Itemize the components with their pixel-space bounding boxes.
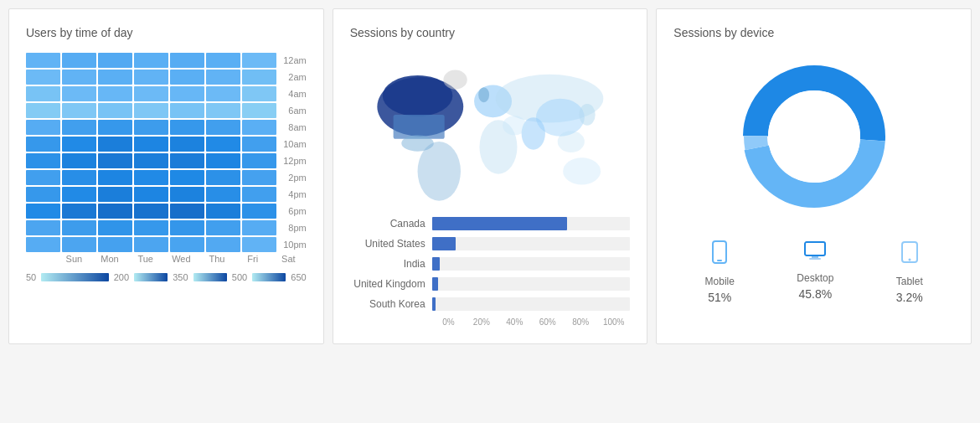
heatmap-cell (98, 220, 132, 235)
mobile-label: Mobile (705, 276, 735, 287)
heatmap-cell (242, 204, 276, 219)
bar-track (432, 297, 631, 311)
heatmap-cell (170, 220, 204, 235)
donut-chart (673, 53, 954, 220)
legend-min: 50 (26, 272, 36, 282)
heatmap-cell (134, 153, 168, 168)
heatmap-cell (26, 187, 60, 202)
bar-country-label: United States (350, 238, 426, 250)
heatmap-cell (242, 70, 276, 85)
world-map-svg (350, 53, 631, 204)
heatmap-row: 4am (26, 86, 307, 101)
map-title: Sessions by country (350, 26, 631, 39)
heatmap-cell (206, 53, 240, 68)
heatmap-row: 6pm (26, 204, 307, 219)
heatmap-cell (242, 220, 276, 235)
svg-point-4 (417, 142, 460, 201)
heatmap-cell (62, 204, 96, 219)
heatmap-cell (170, 70, 204, 85)
device-card: Sessions by device Mobile 51% (656, 8, 972, 344)
heatmap-row: 2am (26, 70, 307, 85)
heatmap-cell (242, 53, 276, 68)
bar-country-label: Canada (350, 218, 426, 230)
tablet-label: Tablet (896, 276, 923, 287)
bar-axis: 0% 20% 40% 60% 80% 100% (432, 317, 631, 327)
legend-max: 650 (291, 272, 306, 282)
heatmap-time-label: 10am (280, 139, 307, 149)
heatmap-row: 2pm (26, 170, 307, 185)
heatmap-cell (206, 204, 240, 219)
bar-country-label: South Korea (350, 298, 426, 310)
heatmap-card: Users by time of day 12am2am4am6am8am10a… (8, 8, 324, 344)
heatmap-cell (170, 53, 204, 68)
heatmap-cell (134, 237, 168, 252)
heatmap-cell (62, 120, 96, 135)
heatmap-cell (26, 220, 60, 235)
svg-point-1 (382, 75, 452, 116)
heatmap-cell (62, 170, 96, 185)
heatmap-cell (98, 237, 132, 252)
svg-rect-21 (717, 260, 722, 261)
svg-point-12 (579, 104, 595, 126)
bar-row: India (350, 257, 631, 271)
bar-fill (432, 237, 456, 250)
bar-fill (432, 257, 440, 271)
legend-mid1: 200 (114, 272, 129, 282)
bar-fill (432, 217, 567, 230)
heatmap-time-label: 12am (280, 55, 307, 65)
heatmap-cell (98, 153, 132, 168)
legend-gradient2 (134, 273, 168, 281)
svg-point-13 (563, 157, 601, 184)
heatmap-cell (26, 153, 60, 168)
heatmap-cell (242, 86, 276, 101)
heatmap-cell (170, 120, 204, 135)
heatmap-time-label: 2pm (280, 173, 307, 183)
country-bar-chart: CanadaUnited StatesIndiaUnited KingdomSo… (350, 217, 631, 311)
heatmap-cell (206, 187, 240, 202)
tablet-pct: 3.2% (896, 291, 923, 304)
dashboard: Users by time of day 12am2am4am6am8am10a… (8, 8, 972, 344)
heatmap-legend: 50 200 350 500 650 (26, 272, 307, 282)
heatmap-cell (98, 103, 132, 118)
heatmap-cell (26, 103, 60, 118)
heatmap-cell (26, 137, 60, 152)
heatmap-cell (206, 170, 240, 185)
heatmap-cell (26, 70, 60, 85)
heatmap-time-label: 10pm (280, 240, 307, 250)
svg-point-15 (503, 116, 526, 135)
device-title: Sessions by device (673, 26, 954, 39)
heatmap-cell (242, 187, 276, 202)
heatmap-cell (26, 170, 60, 185)
heatmap-cell (134, 170, 168, 185)
legend-gradient3 (193, 273, 227, 281)
heatmap-cell (206, 237, 240, 252)
svg-point-14 (443, 70, 467, 90)
heatmap-cell (206, 137, 240, 152)
heatmap-cell (134, 187, 168, 202)
heatmap-row: 12am (26, 53, 307, 68)
heatmap-cell (170, 137, 204, 152)
heatmap-grid: 12am2am4am6am8am10am12pm2pm4pm6pm8pm10pm (26, 53, 307, 252)
svg-rect-22 (805, 242, 825, 255)
heatmap-cell (26, 53, 60, 68)
heatmap-cell (206, 120, 240, 135)
heatmap-cell (170, 237, 204, 252)
heatmap-cell (98, 204, 132, 219)
heatmap-time-label: 12pm (280, 156, 307, 166)
heatmap-cell (134, 53, 168, 68)
heatmap-cell (98, 137, 132, 152)
legend-mid3: 500 (232, 272, 247, 282)
heatmap-cell (62, 53, 96, 68)
desktop-pct: 45.8% (798, 287, 832, 301)
heatmap-cell (98, 70, 132, 85)
heatmap-cell (98, 86, 132, 101)
heatmap-cell (170, 103, 204, 118)
world-map (350, 53, 631, 204)
heatmap-time-label: 8pm (280, 223, 307, 233)
bar-track (432, 257, 631, 271)
bar-country-label: United Kingdom (350, 278, 426, 290)
bar-track (432, 237, 631, 250)
heatmap-cell (62, 237, 96, 252)
legend-mid2: 350 (173, 272, 188, 282)
heatmap-time-label: 6am (280, 106, 307, 116)
